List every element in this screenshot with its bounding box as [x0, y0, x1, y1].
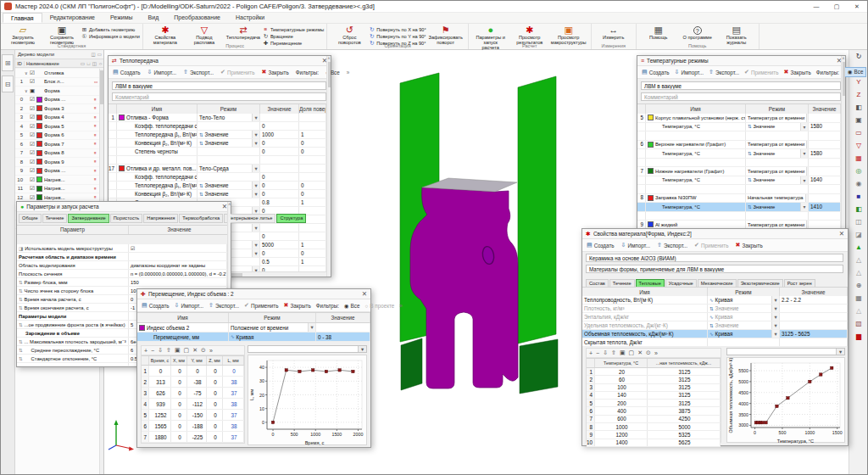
- grid-tool-icon[interactable]: ▢: [629, 349, 635, 356]
- table-row[interactable]: 17 Отливка и др. металл. пов... Тело-Сре…: [108, 165, 326, 173]
- import-button[interactable]: ⇩Импорт...: [675, 69, 704, 75]
- table-row[interactable]: Теплопередача β₁, Вт/(м²·... ⇅Значение▾ …: [108, 182, 326, 190]
- table-row[interactable]: Температура, °C ⇅Значение▾ 1580: [637, 149, 841, 159]
- grid-tool-icon[interactable]: −: [596, 350, 599, 356]
- tree-row[interactable]: 8 ☑ Форма 9 ≡: [15, 158, 99, 167]
- color-chip[interactable]: [36, 141, 42, 147]
- tree-row[interactable]: 7 ☑ Форма 8 ≡: [15, 149, 99, 159]
- visibility-checkbox[interactable]: ☑: [30, 96, 36, 103]
- table-row[interactable]: [637, 185, 841, 194]
- grid-tool-icon[interactable]: ⊙: [201, 347, 206, 354]
- tab-poristost[interactable]: Пористость: [110, 214, 143, 223]
- table-row[interactable]: 5 Корпус плавильной установки (нерж. ста…: [637, 114, 841, 123]
- material-name-input[interactable]: Керамика на основе Al2O3 (ВИАМ): [586, 254, 843, 262]
- point-row[interactable]: 6 400 3875: [587, 407, 721, 415]
- dialog-title-bar[interactable]: ✚ Перемещение, Индекс объема : 2 ✕: [137, 289, 370, 299]
- visibility-checkbox[interactable]: ▣: [30, 87, 36, 94]
- visibility-checkbox[interactable]: ☑: [30, 185, 36, 192]
- tree-row[interactable]: 1 ☑ Блок л... ▭: [15, 78, 99, 87]
- heater-plate-bottom-right[interactable]: [520, 339, 558, 394]
- parameter-row[interactable]: Плоскость сечения n = (0.000000,0.000000…: [17, 270, 227, 278]
- tool-icon[interactable]: ▣: [849, 114, 868, 126]
- table-row[interactable]: Перемещение, мм ∿Кривая 0 - 38: [137, 332, 370, 342]
- close-dialog-button[interactable]: ✖Закрыть: [736, 242, 763, 249]
- grid-tool-icon[interactable]: +: [144, 348, 147, 354]
- color-chip[interactable]: [36, 176, 42, 182]
- apply-button[interactable]: ✔Применить: [694, 242, 728, 249]
- grid-tool-icon[interactable]: ⊙: [646, 349, 651, 356]
- import-button[interactable]: ⇩Импорт...: [175, 302, 203, 309]
- close-dialog-button[interactable]: ✖Закрыть: [262, 69, 289, 75]
- tree-header-icon[interactable]: ☼: [97, 61, 103, 66]
- heat-transfer-button[interactable]: ⇄ Теплопередача: [224, 25, 263, 40]
- tree-row[interactable]: 4 ☑ Форма 5 ≡: [15, 122, 99, 131]
- filter-all-radio[interactable]: ◉Все: [844, 67, 866, 77]
- grid-tool-icon[interactable]: ⇧: [166, 347, 171, 354]
- grid-tool-icon[interactable]: »: [654, 350, 658, 356]
- close-button[interactable]: ✕: [847, 1, 867, 13]
- material-comment-input[interactable]: Материалы формы, применяемые для ЛВМ в в…: [586, 265, 843, 273]
- curve-selector[interactable]: ▾: [248, 345, 367, 353]
- tab-struktura[interactable]: Структура: [276, 214, 306, 223]
- tool-icon[interactable]: △: [849, 305, 868, 317]
- add-geometry-button[interactable]: ⊞ Добавить геометрию: [81, 26, 140, 32]
- tree-row[interactable]: 6 ☑ Форма 7 ≡: [15, 140, 99, 149]
- more-icon[interactable]: »: [347, 70, 350, 75]
- tool-icon[interactable]: Y: [849, 75, 868, 88]
- create-button[interactable]: ▤Создать: [587, 242, 615, 249]
- dialog-title-bar[interactable]: ⇄ Теплопередача ✕: [108, 56, 331, 66]
- tree-panel-icon[interactable]: ◫: [92, 50, 96, 59]
- grid-tool-icon[interactable]: »: [209, 348, 213, 354]
- import-button[interactable]: ⇩Импорт...: [621, 242, 650, 249]
- point-row[interactable]: 4 939 0 -112 0 38: [142, 399, 244, 410]
- tree-panel-icon[interactable]: ▭: [97, 50, 102, 59]
- tool-icon[interactable]: △: [849, 266, 868, 279]
- property-row[interactable]: Теплопроводность, Вт/(м·К) ∿Кривая▾ 2.2 …: [582, 296, 848, 305]
- close-dialog-button[interactable]: ✖Закрыть: [784, 69, 811, 75]
- menu-tab-rezhimy[interactable]: Режимы: [103, 13, 141, 23]
- comment-input[interactable]: Комментарий: [641, 92, 841, 101]
- visibility-checkbox[interactable]: ☑: [30, 176, 36, 183]
- point-row[interactable]: 1 20 3125: [587, 368, 721, 376]
- visibility-checkbox[interactable]: ☑: [30, 78, 36, 85]
- grid-tool-icon[interactable]: ✕: [637, 349, 643, 356]
- dialog-title-bar[interactable]: ● Параметры и запуск расчета ✕: [17, 202, 231, 212]
- menu-tab-glavnaya[interactable]: Главная: [3, 13, 42, 23]
- tool-icon[interactable]: ▦: [849, 152, 868, 165]
- table-row[interactable]: Коэфф. теплопередачи с... 0: [108, 173, 326, 182]
- color-chip[interactable]: [36, 115, 42, 120]
- tool-icon[interactable]: ▭: [849, 126, 868, 139]
- measure-button[interactable]: ↔ Измерить: [594, 25, 633, 40]
- table-row[interactable]: Температура, °C ⇅Значение▾ 1410: [637, 203, 841, 212]
- property-row[interactable]: Скрытая теплота, Дж/кг: [582, 338, 848, 347]
- tree-row[interactable]: ∨ ☑ Отливка: [15, 69, 99, 78]
- tree-row[interactable]: 2 ☑ Форма 3 ≡: [15, 104, 99, 114]
- table-row[interactable]: Коэфф. теплопередачи с... 0: [108, 122, 326, 131]
- property-row[interactable]: Плотность, кг/м³ ⇅Значение▾: [582, 305, 848, 313]
- visibility-checkbox[interactable]: ☑: [30, 141, 36, 148]
- rotate-y-button[interactable]: ↻ Повернуть по Y на 90°: [369, 33, 426, 39]
- tool-icon[interactable]: ◫: [849, 215, 868, 228]
- dialog-title-bar[interactable]: ✱ Свойства материала[Форма, Индекс:2] ✕: [582, 229, 848, 239]
- tree-row[interactable]: 9 ☑ Форма ... ≡: [15, 167, 99, 176]
- import-button[interactable]: ⇩Импорт...: [147, 69, 176, 75]
- table-row[interactable]: Теплопередача β₁, Вт/(м²·... ⇅Значение▾ …: [108, 131, 326, 139]
- property-row[interactable]: Энтальпия, кДж/кг ∿Кривая▾: [582, 313, 848, 321]
- tool-icon[interactable]: ▆: [849, 330, 868, 343]
- about-button[interactable]: ? О программе: [678, 25, 717, 40]
- point-row[interactable]: 6 1565 0 -188 0 38: [142, 421, 244, 432]
- tab-napryazheniya[interactable]: Напряжения: [143, 214, 178, 223]
- more-icon[interactable]: »: [399, 303, 403, 309]
- visibility-checkbox[interactable]: ☑: [30, 123, 36, 130]
- table-row[interactable]: [637, 159, 841, 168]
- table-row[interactable]: Конвекция β₂, Вт/(м²·К) ⇅Значение▾ 0 0: [108, 139, 326, 148]
- tree-header-icon[interactable]: ◫: [92, 61, 97, 66]
- model-info-button[interactable]: ① Информация о модели: [81, 33, 140, 39]
- tool-icon[interactable]: ◧: [849, 101, 868, 114]
- menu-tab-vid[interactable]: Вид: [141, 13, 167, 23]
- color-chip[interactable]: [36, 168, 42, 174]
- table-row[interactable]: Степень черноты 0 0: [108, 148, 326, 156]
- tool-icon[interactable]: ◪: [849, 228, 868, 241]
- tool-icon[interactable]: ▦: [849, 292, 868, 305]
- table-row[interactable]: [108, 156, 326, 165]
